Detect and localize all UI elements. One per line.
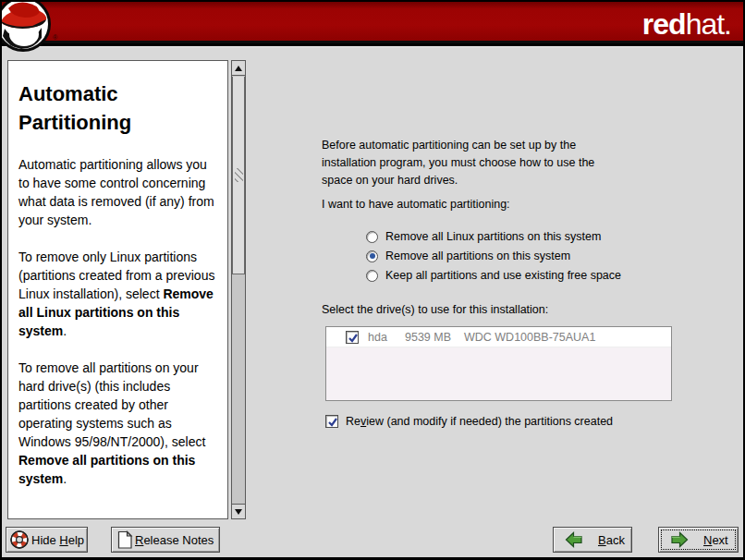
label-post: elease Notes <box>143 533 214 547</box>
radio-button-icon[interactable] <box>366 231 378 243</box>
drive-size: 9539 MB <box>405 331 464 344</box>
release-notes-label: Release Notes <box>135 533 214 547</box>
top-banner: redhat. <box>0 0 745 43</box>
review-checkbox-checked-icon[interactable] <box>325 415 338 428</box>
wordmark-bold: red <box>642 7 686 41</box>
scrollbar-grip-icon <box>235 168 243 182</box>
drive-row-hda[interactable]: hda 9539 MB WDC WD100BB-75AUA1 <box>326 327 671 347</box>
content-area: Automatic Partitioning Automatic partiti… <box>0 46 745 560</box>
hide-help-button[interactable]: Hide Help <box>6 527 88 553</box>
review-label-post: iew (and modify if needed) the partition… <box>366 415 613 428</box>
redhat-shadowman-logo-icon <box>0 0 53 55</box>
radio-label: Keep all partitions and use existing fre… <box>385 269 621 282</box>
label-mnemonic: B <box>598 533 606 547</box>
radio-remove-all-partitions[interactable]: Remove all partitions on this system <box>366 248 570 264</box>
help-paragraph-3: To remove all partitions on your hard dr… <box>18 359 217 488</box>
next-button[interactable]: Next <box>658 527 739 553</box>
release-notes-button[interactable]: Release Notes <box>111 527 220 553</box>
back-button[interactable]: Back <box>553 527 632 553</box>
check-mark-icon <box>326 416 339 429</box>
hide-help-label: Hide Help <box>31 533 84 547</box>
drive-device: hda <box>368 331 405 344</box>
drive-select-label: Select the drive(s) to use for this inst… <box>322 301 548 319</box>
review-partitions-option[interactable]: Review (and modify if needed) the partit… <box>325 415 613 428</box>
review-checkbox-label: Review (and modify if needed) the partit… <box>346 415 613 428</box>
review-label-pre: Re <box>346 415 360 428</box>
label-mnemonic: N <box>703 533 712 547</box>
help-p3-bold: Remove all partitions on this system <box>18 453 195 486</box>
scroll-up-arrow-icon <box>235 66 242 71</box>
arrow-right-icon <box>670 531 689 548</box>
back-label: Back <box>598 533 625 547</box>
check-mark-icon <box>347 332 360 345</box>
radio-label: Remove all partitions on this system <box>385 250 570 262</box>
drive-listbox[interactable]: hda 9539 MB WDC WD100BB-75AUA1 <box>325 326 672 401</box>
scrollbar-thumb[interactable] <box>232 77 245 274</box>
label-mnemonic: H <box>59 533 67 547</box>
scroll-up-button[interactable] <box>232 61 245 76</box>
help-p3-period: . <box>63 471 67 486</box>
help-scrollbar[interactable] <box>231 60 246 519</box>
partitioning-prompt: I want to have automatic partitioning: <box>322 196 510 213</box>
label-post: elp <box>68 533 84 547</box>
radio-remove-linux-partitions[interactable]: Remove all Linux partitions on this syst… <box>366 228 601 245</box>
radio-label: Remove all Linux partitions on this syst… <box>385 230 601 243</box>
drive-model: WDC WD100BB-75AUA1 <box>464 331 671 344</box>
label-mnemonic: R <box>135 533 143 547</box>
drive-checkbox-wrap[interactable] <box>346 331 359 344</box>
label-pre: Hide <box>31 533 59 547</box>
document-icon <box>116 530 133 550</box>
installer-window: redhat. ® Automatic Partitioning Automat… <box>0 0 745 560</box>
drive-checkbox-checked-icon[interactable] <box>346 331 359 344</box>
lifebuoy-icon <box>9 530 30 550</box>
help-p3-text: To remove all partitions on your hard dr… <box>18 360 205 449</box>
help-title: Automatic Partitioning <box>18 79 217 137</box>
redhat-wordmark: redhat. <box>642 5 731 43</box>
label-post: ack <box>606 533 625 547</box>
arrow-left-icon <box>565 531 583 548</box>
help-paragraph-1: Automatic partitioning allows you to hav… <box>18 155 217 229</box>
radio-button-selected-icon[interactable] <box>366 250 378 262</box>
wordmark-light: hat. <box>686 7 731 41</box>
help-p2-period: . <box>63 323 67 338</box>
help-paragraph-2: To remove only Linux partitions (partiti… <box>18 248 217 340</box>
radio-button-icon[interactable] <box>366 270 378 282</box>
radio-keep-all-partitions[interactable]: Keep all partitions and use existing fre… <box>366 267 621 284</box>
label-post: ext <box>712 533 727 547</box>
next-label: Next <box>703 533 728 547</box>
scroll-down-button[interactable] <box>232 504 245 518</box>
registered-trademark: ® <box>53 34 57 41</box>
scroll-down-arrow-icon <box>235 509 242 515</box>
intro-text: Before automatic partitioning can be set… <box>322 137 608 189</box>
help-panel: Automatic Partitioning Automatic partiti… <box>7 60 228 519</box>
